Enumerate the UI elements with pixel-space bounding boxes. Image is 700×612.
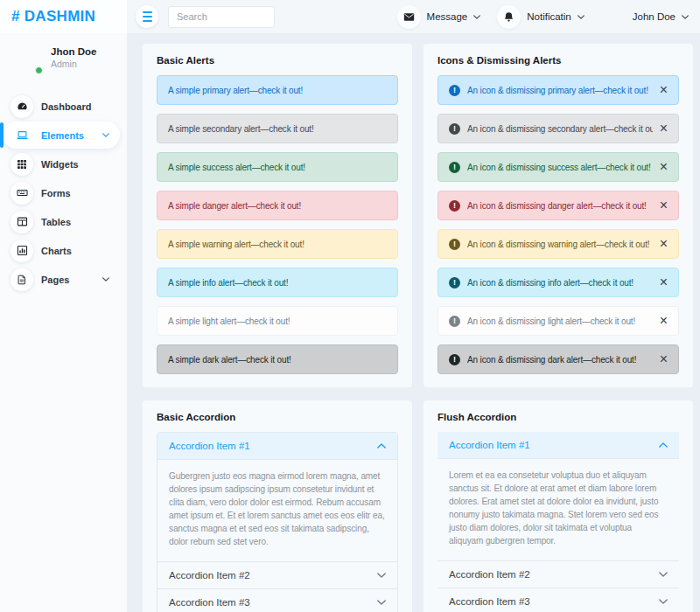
close-icon[interactable]: ×	[653, 160, 668, 174]
user-name-label: John Doe	[633, 11, 676, 22]
alert-light: A simple light alert—check it out!	[157, 306, 398, 336]
basic-accordion: Accordion Item #1 Gubergren justo eos ma…	[157, 432, 398, 612]
chevron-down-icon	[659, 599, 668, 604]
topbar-right: Message Notificatin	[397, 4, 689, 30]
close-icon[interactable]: ×	[653, 314, 668, 328]
alert-success: A simple success alert—check it out!	[157, 152, 398, 182]
user-avatar	[601, 4, 626, 30]
table-icon	[10, 211, 33, 233]
chevron-down-icon	[377, 573, 386, 578]
chevron-down-icon	[682, 15, 689, 19]
chevron-down-icon	[102, 277, 109, 282]
accordion-header-3[interactable]: Accordion Item #3	[438, 588, 679, 612]
flush-accordion: Accordion Item #1 Lorem et ea ea consete…	[438, 432, 679, 612]
sidebar-user-role: Admin	[51, 59, 96, 69]
exclamation-circle-icon	[449, 162, 460, 173]
accordion-header-1[interactable]: Accordion Item #1	[158, 433, 397, 460]
alert-danger: A simple danger alert—check it out!	[157, 191, 398, 220]
logo-hash-icon: #	[11, 8, 20, 25]
dismissing-alert-success: An icon & dismissing success alert—check…	[438, 152, 679, 182]
card-title: Basic Accordion	[157, 412, 398, 422]
tachometer-icon	[10, 95, 33, 118]
sidebar-item-label: Elements	[41, 130, 84, 141]
sidebar-item-tables[interactable]: Tables	[3, 208, 120, 235]
search-input[interactable]	[168, 6, 275, 28]
sidebar-item-label: Forms	[41, 188, 71, 198]
alert-warning: A simple warning alert—check it out!	[157, 229, 398, 259]
notification-label: Notificatin	[527, 11, 571, 22]
accordion-header-3[interactable]: Accordion Item #3	[158, 589, 397, 612]
file-icon	[10, 268, 33, 291]
accordion-header-2[interactable]: Accordion Item #2	[158, 562, 397, 588]
sidebar-item-label: Dashboard	[41, 101, 91, 112]
sidebar-item-forms[interactable]: Forms	[3, 179, 120, 206]
bell-icon	[497, 5, 521, 29]
accordion-header-2[interactable]: Accordion Item #2	[438, 561, 679, 588]
sidebar: Jhon Doe Admin Dashboard Elements	[0, 33, 127, 612]
chevron-down-icon	[102, 133, 109, 137]
close-icon[interactable]: ×	[653, 275, 668, 289]
card-title: Flush Accordion	[438, 412, 679, 422]
sidebar-item-elements[interactable]: Elements	[3, 122, 120, 149]
message-label: Message	[427, 11, 468, 22]
sidebar-item-dashboard[interactable]: Dashboard	[3, 93, 120, 120]
sidebar-avatar	[10, 42, 42, 73]
laptop-icon	[10, 124, 33, 147]
app-logo[interactable]: # DASHMIN	[11, 8, 95, 25]
close-icon[interactable]: ×	[653, 237, 668, 251]
sidebar-item-label: Tables	[41, 217, 71, 227]
sidebar-user-name: Jhon Doe	[51, 46, 96, 57]
sidebar-user: Jhon Doe Admin	[0, 33, 127, 82]
dismissing-alert-warning: An icon & dismissing warning alert—check…	[438, 229, 679, 259]
dismissing-alert-danger: An icon & dismissing danger alert—check …	[438, 191, 679, 220]
accordion-item: Accordion Item #2	[158, 561, 397, 588]
chevron-up-icon	[377, 443, 386, 449]
exclamation-circle-icon	[449, 123, 460, 135]
alert-info: A simple info alert—check it out!	[157, 268, 398, 297]
notification-dropdown[interactable]: Notificatin	[497, 5, 584, 29]
accordion-item: Accordion Item #3	[438, 588, 679, 612]
chevron-down-icon	[473, 15, 480, 19]
main-content: Basic Alerts A simple primary alert—chec…	[127, 33, 700, 612]
dismissing-alert-primary: An icon & dismissing primary alert—check…	[438, 75, 679, 105]
alert-secondary: A simple secondary alert—check it out!	[157, 114, 398, 143]
message-dropdown[interactable]: Message	[397, 5, 481, 29]
accordion-item: Accordion Item #3	[158, 588, 397, 612]
close-icon[interactable]: ×	[653, 198, 668, 212]
sidebar-item-pages[interactable]: Pages	[3, 266, 120, 293]
accordion-header-1[interactable]: Accordion Item #1	[438, 432, 679, 459]
sidebar-item-charts[interactable]: Charts	[3, 237, 120, 264]
sidebar-item-label: Pages	[41, 275, 69, 285]
card-title: Icons & Dismissing Alerts	[438, 55, 679, 66]
close-icon[interactable]: ×	[653, 122, 668, 136]
topbar-main: Message Notificatin	[127, 0, 700, 33]
close-icon[interactable]: ×	[653, 352, 668, 366]
accordion-body: Gubergren justo eos magna eirmod lorem m…	[158, 460, 397, 561]
hamburger-icon	[143, 11, 152, 13]
basic-accordion-card: Basic Accordion Accordion Item #1 Guberg…	[143, 400, 412, 612]
alert-primary: A simple primary alert—check it out!	[157, 75, 398, 105]
logo-strip: # DASHMIN	[0, 0, 127, 33]
accordion-item: Accordion Item #1 Gubergren justo eos ma…	[158, 433, 397, 561]
flush-accordion-card: Flush Accordion Accordion Item #1 Lorem …	[424, 400, 693, 612]
sidebar-item-widgets[interactable]: Widgets	[3, 150, 120, 177]
sidebar-toggle-button[interactable]	[136, 5, 158, 28]
sidebar-item-label: Charts	[41, 246, 72, 256]
sidebar-nav: Dashboard Elements Widge	[0, 92, 127, 294]
card-title: Basic Alerts	[157, 55, 398, 66]
exclamation-circle-icon	[449, 316, 460, 327]
chevron-up-icon	[659, 442, 668, 448]
exclamation-circle-icon	[449, 239, 460, 250]
exclamation-circle-icon	[449, 277, 460, 289]
dismissing-alert-secondary: An icon & dismissing secondary alert—che…	[438, 114, 679, 143]
user-dropdown[interactable]: John Doe	[601, 4, 689, 30]
bar-chart-icon	[10, 240, 33, 262]
topbar: # DASHMIN Message	[0, 0, 700, 33]
exclamation-circle-icon	[449, 200, 460, 212]
basic-alerts-card: Basic Alerts A simple primary alert—chec…	[143, 44, 412, 387]
chevron-down-icon	[578, 15, 584, 19]
close-icon[interactable]: ×	[653, 83, 668, 97]
dismissing-alert-light: An icon & dismissing light alert—check i…	[438, 306, 679, 336]
accordion-item: Accordion Item #2	[438, 560, 679, 588]
envelope-icon	[397, 5, 421, 29]
